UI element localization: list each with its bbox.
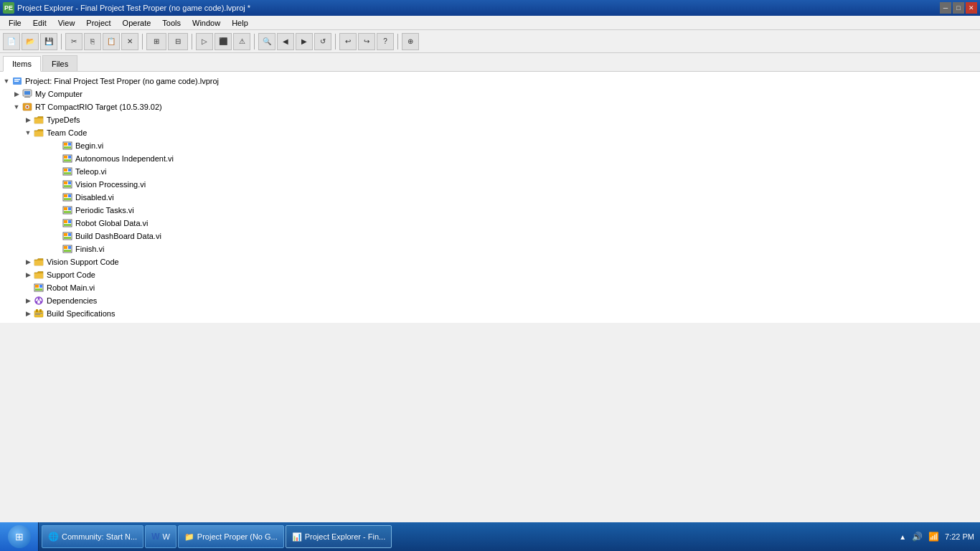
start-button[interactable]: ⊞ (0, 522, 39, 551)
undo-button[interactable]: ↩ (339, 33, 357, 50)
tree-label-robotglobaldata: Robot Global Data.vi (75, 219, 149, 227)
tree-node-robotmain[interactable]: · Robot Main.vi (0, 281, 980, 294)
warning-button[interactable]: ⚠ (233, 33, 250, 50)
tree-node-begin[interactable]: · Begin.vi (0, 139, 980, 152)
tree-node-robotglobaldata[interactable]: · Robot Global Data.vi (0, 217, 980, 230)
run-button[interactable]: ▷ (196, 33, 213, 50)
expander-supportcode[interactable]: ▶ (23, 270, 33, 280)
help-button[interactable]: ? (377, 33, 394, 50)
tray-icon-arrow[interactable]: ▲ (899, 533, 906, 541)
svg-rect-60 (35, 314, 40, 315)
taskbar-item-community[interactable]: 🌐 Community: Start N... (42, 525, 143, 548)
menu-window[interactable]: Window (187, 17, 226, 29)
menu-view[interactable]: View (52, 17, 81, 29)
taskbar-icon-projectexplorer: 📊 (292, 532, 302, 542)
tree-node-rtarget[interactable]: ▼ RT CompactRIO Target (10.5.39.02) (0, 100, 980, 113)
start-orb: ⊞ (8, 525, 31, 548)
svg-rect-32 (68, 207, 71, 210)
new-vi-button[interactable]: ⊞ (146, 33, 166, 50)
taskbar-label-projectexplorer: Project Explorer - Fin... (305, 532, 385, 541)
menu-help[interactable]: Help (226, 17, 254, 29)
minimize-button[interactable]: ─ (940, 2, 951, 14)
tab-bar: Items Files (0, 53, 980, 72)
paste-button[interactable]: 📋 (103, 33, 120, 50)
expander-visionsupport[interactable]: ▶ (23, 257, 33, 267)
svg-rect-19 (64, 169, 67, 171)
back-button[interactable]: ◀ (277, 33, 294, 50)
delete-button[interactable]: ✕ (121, 33, 138, 50)
taskbar-item-projectproper[interactable]: 📁 Project Proper (No G... (178, 525, 284, 548)
save-button[interactable]: 💾 (40, 33, 57, 50)
expander-teamcode[interactable]: ▼ (23, 128, 33, 138)
menu-project[interactable]: Project (80, 17, 116, 29)
svg-rect-16 (68, 156, 71, 159)
tray-icon-network[interactable]: 📶 (928, 532, 939, 542)
tree-label-begin: Begin.vi (75, 141, 103, 150)
tree-label-root: Project: Final Project Test Proper (no g… (25, 77, 219, 85)
refresh-button[interactable]: ↺ (314, 33, 331, 50)
toolbar-separator-3 (192, 34, 192, 50)
menu-edit[interactable]: Edit (27, 17, 52, 29)
menu-operate[interactable]: Operate (117, 17, 157, 29)
toolbar-separator-6 (397, 34, 398, 50)
tree-node-root[interactable]: ▼ Project: Final Project Test Proper (no… (0, 75, 980, 88)
tree-node-visionprocessing[interactable]: · Vision Processing.vi (0, 178, 980, 191)
expander-typedefs[interactable]: ▶ (23, 115, 33, 125)
target-icon (22, 102, 33, 112)
tray-icon-sound[interactable]: 🔊 (912, 532, 923, 542)
copy-button[interactable]: ⎘ (84, 33, 101, 50)
tree-node-typedefs[interactable]: ▶ TypeDefs (0, 113, 980, 126)
taskbar-item-word[interactable]: W W (145, 525, 176, 548)
tree-node-autonomous[interactable]: · Autonomous Independent.vi (0, 152, 980, 165)
app-icon: PE (3, 2, 14, 14)
toolbar-separator-1 (61, 34, 62, 50)
stop-button[interactable]: ⬛ (215, 33, 232, 50)
expander-mycomputer[interactable]: ▶ (11, 89, 22, 99)
new-button[interactable]: 📄 (3, 33, 20, 50)
tree-node-visionsupport[interactable]: ▶ Vision Support Code (0, 255, 980, 268)
svg-point-52 (36, 301, 38, 303)
expander-buildspecs[interactable]: ▶ (23, 309, 33, 319)
maximize-button[interactable]: □ (953, 2, 964, 14)
new-ctrl-button[interactable]: ⊟ (168, 33, 188, 50)
menu-tools[interactable]: Tools (156, 17, 187, 29)
open-button[interactable]: 📂 (22, 33, 39, 50)
menu-file[interactable]: File (3, 17, 27, 29)
title-controls[interactable]: ─ □ ✕ (940, 2, 977, 14)
svg-rect-23 (64, 182, 67, 184)
svg-rect-29 (64, 198, 71, 200)
tree-node-disabled[interactable]: · Disabled.vi (0, 191, 980, 204)
tree-node-mycomputer[interactable]: ▶ My Computer (0, 88, 980, 100)
svg-rect-44 (68, 246, 71, 249)
tree-node-periodictasks[interactable]: · Periodic Tasks.vi (0, 204, 980, 217)
tab-items[interactable]: Items (3, 56, 41, 72)
tree-node-supportcode[interactable]: ▶ Support Code (0, 268, 980, 281)
svg-rect-36 (68, 220, 71, 223)
tree-node-teamcode[interactable]: ▼ Team Code (0, 126, 980, 139)
expander-dependencies[interactable]: ▶ (23, 296, 33, 306)
tab-files[interactable]: Files (42, 55, 77, 71)
tree-node-dependencies[interactable]: ▶ Dependencies (0, 294, 980, 307)
expander-root[interactable]: ▼ (1, 76, 11, 86)
taskbar-item-projectexplorer[interactable]: 📊 Project Explorer - Fin... (286, 525, 392, 548)
tree-node-teleop[interactable]: · Teleop.vi (0, 165, 980, 178)
forward-button[interactable]: ▶ (296, 33, 313, 50)
redo-button[interactable]: ↪ (358, 33, 375, 50)
taskbar-icon-projectproper: 📁 (184, 532, 194, 542)
extra-button[interactable]: ⊕ (402, 33, 419, 50)
system-clock[interactable]: 7:22 PM (945, 532, 974, 541)
folder-icon-teamcode (33, 128, 44, 138)
cut-button[interactable]: ✂ (65, 33, 83, 50)
svg-rect-57 (36, 309, 38, 312)
tree-node-buildspecs[interactable]: ▶ Build Specifications (0, 307, 980, 320)
svg-rect-1 (14, 79, 20, 80)
svg-rect-15 (64, 156, 67, 159)
expander-rtarget[interactable]: ▼ (11, 102, 22, 112)
tree-node-builddashboard[interactable]: · Build DashBoard Data.vi (0, 230, 980, 242)
toolbar-separator-5 (335, 34, 336, 50)
close-button[interactable]: ✕ (966, 2, 977, 14)
search-button[interactable]: 🔍 (258, 33, 275, 50)
tree-node-finish[interactable]: · Finish.vi (0, 242, 980, 255)
svg-rect-45 (64, 250, 71, 252)
vi-icon-begin (62, 141, 73, 151)
